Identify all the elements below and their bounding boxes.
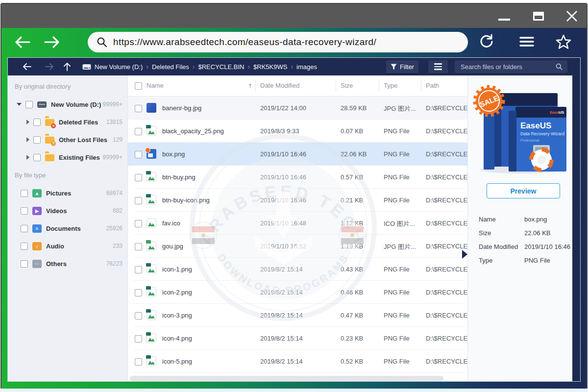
filter-funnel-icon [391, 64, 397, 70]
app-window-right-border [572, 58, 580, 381]
sidebar-item-videos[interactable]: ▶ Videos 682 [8, 202, 127, 220]
file-row-banenr-bg[interactable]: banenr-bg.jpg 2019/1/22 14:00 28.59 KB J… [128, 97, 467, 120]
sort-ascending-icon[interactable]: ↑ [248, 81, 252, 89]
preview-button[interactable]: Preview [487, 183, 560, 198]
file-row-btn-buy-icon[interactable]: btn-buy-icon.png 2019/1/10 16:46 0.21 KB… [128, 189, 467, 212]
sidebar-item-new-volume[interactable]: New Volume (D:) 99999+ [8, 96, 127, 113]
breadcrumb-item-deleted-files[interactable]: Deleted Files [152, 63, 189, 71]
checkbox[interactable] [33, 154, 41, 161]
sidebar-item-existing-files[interactable]: Existing Files 99999+ [8, 148, 127, 166]
checkbox[interactable] [33, 119, 41, 126]
checkbox[interactable] [135, 220, 142, 227]
checkbox[interactable] [135, 289, 142, 296]
checkbox[interactable] [33, 136, 41, 144]
close-button[interactable] [561, 4, 583, 28]
browser-back-button[interactable] [14, 34, 31, 50]
column-header-path[interactable]: Path [426, 82, 439, 89]
checkbox[interactable] [21, 190, 28, 197]
bookmark-button[interactable] [555, 34, 572, 50]
maximize-button[interactable] [529, 4, 548, 28]
file-size: 22.06 KB [341, 150, 367, 158]
checkbox[interactable] [135, 105, 142, 112]
browser-menu-button[interactable] [519, 34, 536, 50]
reload-button[interactable] [479, 34, 495, 50]
checkbox[interactable] [135, 266, 142, 273]
audio-icon: ♪ [32, 242, 42, 251]
breadcrumb-item-rk5k9ws[interactable]: $RK5K9WS [253, 63, 287, 71]
checkbox[interactable] [25, 101, 33, 108]
checkbox[interactable] [135, 358, 142, 366]
panel-collapse-arrow[interactable] [462, 250, 467, 259]
png-file-icon [147, 172, 156, 182]
select-all-checkbox[interactable] [135, 82, 142, 90]
column-header-date[interactable]: Date Modified [260, 82, 299, 89]
file-row-icon-5[interactable]: icon-5.png 2019/8/2 15:14 0.52 KB PNG Fi… [128, 350, 467, 373]
checkbox[interactable] [21, 207, 28, 215]
column-header-size[interactable]: Size [341, 82, 353, 89]
desktop-background-strip [0, 389, 588, 392]
file-type: PNG File [384, 196, 421, 204]
sidebar-item-audio[interactable]: ♪ Audio 233 [8, 237, 127, 255]
sidebar-item-documents[interactable]: ≡ Documents 25926 [8, 220, 127, 237]
file-size: 1.12 KB [341, 220, 363, 227]
file-path: D:\$RECYCLE.E [426, 289, 467, 296]
checkbox[interactable] [135, 243, 142, 250]
checkbox[interactable] [135, 174, 142, 181]
file-size: 0.23 KB [341, 335, 363, 342]
app-search-box[interactable] [455, 60, 567, 73]
file-row-box-selected[interactable]: box.png 2019/1/10 16:46 22.06 KB PNG Fil… [128, 143, 467, 166]
file-row-icon-3[interactable]: icon-3.png 2019/8/2 15:14 0.47 KB PNG Fi… [128, 304, 467, 327]
sidebar-item-other-lost-files[interactable]: ? Other Lost Files 129 [8, 131, 127, 148]
file-date: 2019/8/2 15:14 [260, 358, 303, 365]
item-count: 233 [113, 243, 122, 249]
svg-text:EaseUS: EaseUS [520, 121, 551, 130]
file-row-gou-jpg[interactable]: gou.jpg 2019/1/10 16:52 1.19 KB JPG 图片..… [128, 235, 467, 258]
expander-right-icon[interactable] [26, 155, 29, 160]
checkbox[interactable] [135, 151, 142, 158]
app-up-button[interactable] [62, 61, 73, 72]
checkbox[interactable] [135, 197, 142, 204]
sidebar-item-others[interactable]: ⋯ Others 76223 [8, 255, 127, 272]
expander-right-icon[interactable] [26, 120, 29, 124]
file-type: JPG 图片... [384, 243, 421, 251]
file-row-btn-buy[interactable]: btn-buy.png 2019/1/10 16:46 0.57 KB PNG … [128, 166, 467, 189]
breadcrumb-item-volume[interactable]: New Volume (D:) [95, 63, 143, 71]
drive-icon [37, 100, 47, 109]
sidebar: By original directory New Volume (D:) 99… [8, 75, 128, 381]
breadcrumb: New Volume (D:) › Deleted Files › $RECYC… [82, 58, 317, 75]
breadcrumb-item-images[interactable]: images [296, 63, 317, 71]
breadcrumb-item-recycle-bin[interactable]: $RECYCLE.BIN [198, 63, 244, 71]
drive-icon [82, 64, 91, 70]
app-forward-button[interactable] [44, 61, 55, 72]
sidebar-item-label: Deleted Files [59, 119, 98, 126]
checkbox[interactable] [135, 335, 142, 343]
column-header-type[interactable]: Type [384, 82, 397, 89]
browser-forward-button[interactable] [44, 34, 60, 50]
sidebar-item-deleted-files[interactable]: × Deleted Files 13815 [8, 113, 127, 131]
column-header-name[interactable]: Name [147, 82, 164, 89]
png-file-icon [147, 356, 156, 366]
folder-deleted-icon: × [45, 118, 54, 127]
checkbox[interactable] [21, 260, 28, 268]
horizontal-scrollbar[interactable] [130, 376, 443, 381]
file-path: D:\$RECYCLE.E [426, 150, 467, 158]
app-menu-button[interactable] [428, 60, 448, 73]
sidebar-item-pictures[interactable]: ▲ Pictures 68974 [8, 184, 127, 202]
checkbox[interactable] [135, 128, 142, 135]
checkbox[interactable] [135, 312, 142, 319]
file-row-icon-1[interactable]: icon-1.png 2019/8/2 15:14 0.43 KB PNG Fi… [128, 258, 467, 281]
file-type: PNG File [384, 173, 421, 181]
app-back-button[interactable] [22, 61, 32, 72]
expander-down-icon[interactable] [17, 103, 22, 106]
app-search-input[interactable] [455, 63, 556, 71]
checkbox[interactable] [21, 225, 28, 232]
expander-right-icon[interactable] [26, 137, 29, 142]
address-bar[interactable]: https://www.arabseedtech.com/easeus-data… [88, 32, 468, 52]
file-row-icon-2[interactable]: icon-2.png 2019/8/2 15:14 0.46 KB PNG Fi… [128, 281, 467, 304]
file-row-fav-ico[interactable]: fav.ico 2019/1/10 16:48 1.12 KB ICO 图片..… [128, 212, 467, 235]
minimize-button[interactable] [494, 4, 514, 28]
checkbox[interactable] [21, 243, 28, 250]
file-row-black-opacity[interactable]: black_opacity_25.png 2019/8/3 9:33 0.07 … [128, 120, 467, 143]
file-row-icon-4[interactable]: icon-4.png 2019/8/2 15:14 0.23 KB PNG Fi… [128, 327, 467, 350]
filter-button[interactable]: Filter [386, 60, 418, 73]
